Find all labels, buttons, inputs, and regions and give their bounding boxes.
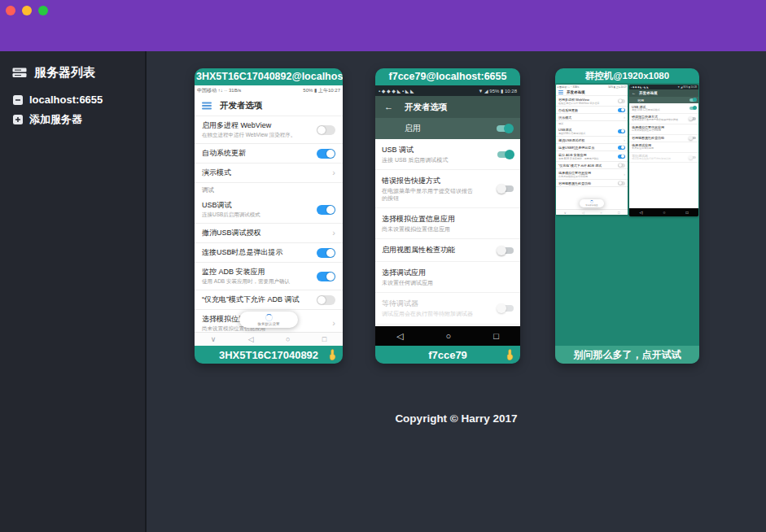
row-toggle[interactable]: › xyxy=(624,172,625,177)
phone3-title[interactable]: 群控机@1920x1080 xyxy=(555,68,699,83)
row-toggle[interactable]: › xyxy=(624,116,625,120)
row-text: 撤消USB调试授权 xyxy=(558,138,584,142)
settings-row[interactable]: 演示模式 › xyxy=(556,114,628,121)
nav-icon[interactable]: ◁ xyxy=(248,335,254,343)
row-toggle[interactable] xyxy=(317,205,335,215)
settings-row[interactable]: USB调试 连接USB后启用调试模式 xyxy=(556,126,628,137)
row-toggle[interactable] xyxy=(497,151,514,158)
settings-row[interactable]: 启用视图属性检查功能 xyxy=(375,239,520,262)
phone2-title[interactable]: f7cce79@localhost:6655 xyxy=(375,68,520,85)
settings-row[interactable]: USB 调试 连接 USB 后启用调试模式 xyxy=(629,103,698,114)
row-toggle[interactable] xyxy=(497,305,514,312)
settings-row[interactable]: 监控 ADB 安装应用 使用 ADB 安装应用时，需要用户确认 xyxy=(195,263,343,290)
enable-toggle[interactable] xyxy=(497,125,513,132)
settings-row[interactable]: 启用多进程 WebView 在独立进程中运行 WebView 渲染程序。 xyxy=(556,96,628,107)
row-toggle[interactable] xyxy=(689,156,696,159)
nav-icon[interactable]: □ xyxy=(493,331,499,341)
settings-row[interactable]: 等待调试器 调试应用会在执行前等待附加调试器 xyxy=(629,153,698,164)
settings-row[interactable]: 启用视图属性检查功能 xyxy=(556,180,628,187)
settings-row[interactable]: 等待调试器 调试应用会在执行前等待附加调试器 xyxy=(375,293,520,324)
row-toggle[interactable] xyxy=(618,99,625,103)
phone1-footer[interactable]: 3HX5T16C17040892 xyxy=(195,346,343,364)
settings-row[interactable]: USB 调试 连接 USB 后启用调试模式 xyxy=(375,139,520,170)
nav-icon[interactable]: ◁ xyxy=(396,331,403,342)
settings-row[interactable]: 连接USB时总是弹出提示 xyxy=(556,144,628,151)
row-toggle[interactable] xyxy=(618,181,625,185)
enable-row[interactable]: 启用 xyxy=(375,118,520,139)
row-toggle[interactable] xyxy=(317,272,335,281)
settings-row[interactable]: 选择模拟位置信息应用 尚未设置模拟位置信息应用 xyxy=(375,208,520,239)
zoom-button[interactable] xyxy=(38,6,48,15)
settings-row[interactable]: 错误报告快捷方式 在电源菜单中显示用于提交错误报告的按钮 xyxy=(629,114,698,124)
row-toggle[interactable] xyxy=(618,129,625,133)
nav-icon[interactable]: □ xyxy=(322,335,326,343)
minimize-button[interactable] xyxy=(22,6,32,15)
settings-row[interactable]: 启用多进程 WebView 在独立进程中运行 WebView 渲染程序。 xyxy=(195,116,343,144)
window-titlebar[interactable] xyxy=(0,0,766,51)
row-subtitle: 连接USB后启用调试模式 xyxy=(202,211,260,219)
sidebar-item-add-server[interactable]: 添加服务器 xyxy=(0,109,145,130)
row-title: 撤消USB调试授权 xyxy=(558,138,584,142)
row-toggle[interactable] xyxy=(618,146,625,150)
row-toggle[interactable] xyxy=(497,185,514,192)
mini-screen-device2[interactable]: ▪ ◆ ◆ ◆ ◣ ▪ ◣ ◣ ▼ ◢ 95% ▮ 10:28 ← 开发者选项 … xyxy=(629,85,698,216)
phone-card-3: 群控机@1920x1080 中国移动 ↑↓ ·· 31B/s 50% ▮ 上午1… xyxy=(555,68,699,364)
settings-row[interactable]: “仅充电”模式下允许 ADB 调试 xyxy=(556,162,628,169)
settings-row[interactable]: 选择调试应用 未设置任何调试应用 xyxy=(629,142,698,153)
nav-icon[interactable]: □ xyxy=(685,210,688,215)
row-text: “仅充电”模式下允许 ADB 调试 xyxy=(202,294,300,305)
row-toggle[interactable]: › xyxy=(332,319,335,328)
row-toggle[interactable]: › xyxy=(332,229,335,238)
row-subtitle: 连接 USB 后启用调试模式 xyxy=(382,156,448,164)
nav-icon[interactable]: ◁ xyxy=(582,211,584,215)
settings-row[interactable]: 选择模拟位置信息应用 尚未设置模拟位置信息应用 xyxy=(629,124,698,135)
row-toggle[interactable] xyxy=(689,117,696,120)
row-toggle[interactable] xyxy=(317,248,335,258)
phone1-nav-bar: ∨◁○□ xyxy=(195,332,343,346)
sidebar-item-server[interactable]: localhost:6655 xyxy=(0,90,145,109)
row-toggle[interactable] xyxy=(618,108,625,112)
settings-row[interactable]: 撤消USB调试授权 › xyxy=(556,137,628,144)
settings-row[interactable]: 撤消USB调试授权 › xyxy=(195,224,343,243)
settings-row[interactable]: 自动系统更新 xyxy=(195,144,343,164)
nav-icon[interactable]: ○ xyxy=(600,211,602,215)
nav-icon[interactable]: ∨ xyxy=(564,211,567,215)
nav-icon[interactable]: ◁ xyxy=(640,210,643,215)
mini-screen-device1[interactable]: 中国移动 ↑↓ ·· 31B/s 50% ▮ 上午10:27 开发者选项 启用多… xyxy=(556,85,628,215)
row-toggle[interactable] xyxy=(689,107,696,110)
menu-icon xyxy=(558,90,563,91)
row-toggle[interactable] xyxy=(317,149,335,159)
row-subtitle: 连接 USB 后启用调试模式 xyxy=(632,109,660,112)
back-icon[interactable]: ← xyxy=(384,102,393,111)
row-toggle[interactable] xyxy=(317,295,335,305)
phone2-footer[interactable]: f7cce79 xyxy=(375,346,520,364)
row-toggle[interactable] xyxy=(689,137,696,140)
settings-row[interactable]: USB调试 连接USB后启用调试模式 xyxy=(195,196,343,224)
nav-icon[interactable]: ○ xyxy=(663,210,665,215)
settings-row[interactable]: 选择模拟位置信息应用 尚未设置模拟位置信息应用 › xyxy=(556,169,628,180)
settings-row[interactable]: 连接USB时总是弹出提示 xyxy=(195,243,343,263)
row-toggle[interactable] xyxy=(497,247,514,254)
settings-row[interactable]: 错误报告快捷方式 在电源菜单中显示用于提交错误报告的按钮 xyxy=(375,170,520,208)
settings-row[interactable]: 监控 ADB 安装应用 使用 ADB 安装应用时，需要用户确认 xyxy=(556,151,628,162)
settings-row[interactable]: 启用视图属性检查功能 xyxy=(629,135,698,142)
mini1-appbar-title: 开发者选项 xyxy=(567,90,585,94)
settings-row[interactable]: 选择调试应用 未设置任何调试应用 xyxy=(375,262,520,293)
row-toggle[interactable] xyxy=(317,125,335,135)
settings-row[interactable]: 演示模式 › xyxy=(195,164,343,183)
row-toggle[interactable] xyxy=(618,155,625,159)
phone1-title[interactable]: 3HX5T16C17040892@localhost:6655 xyxy=(195,68,343,85)
close-button[interactable] xyxy=(6,6,15,15)
nav-icon[interactable]: ∨ xyxy=(211,335,217,343)
nav-icon[interactable]: ○ xyxy=(446,331,452,341)
row-toggle[interactable] xyxy=(618,164,625,168)
settings-row[interactable]: “仅充电”模式下允许 ADB 调试 xyxy=(195,290,343,310)
settings-row[interactable]: 自动系统更新 xyxy=(556,107,628,114)
row-toggle[interactable]: › xyxy=(332,168,335,177)
phone3-footer[interactable]: 别问那么多了，点开试试 xyxy=(555,346,699,364)
row-toggle[interactable]: › xyxy=(624,138,625,142)
nav-icon[interactable]: ○ xyxy=(286,335,290,343)
menu-icon[interactable] xyxy=(202,102,212,103)
row-subtitle: 使用 ADB 安装应用时，需要用户确认 xyxy=(202,278,290,286)
nav-icon[interactable]: □ xyxy=(618,211,619,215)
